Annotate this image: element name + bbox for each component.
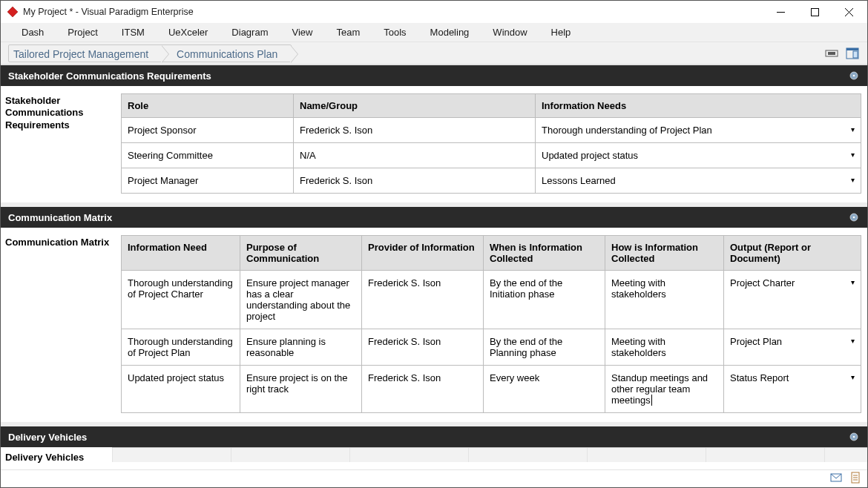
cell[interactable]: Updated project status <box>122 366 240 413</box>
cell[interactable]: Meeting with stakeholders <box>605 271 724 329</box>
table-row[interactable]: Steering Committee N/A Updated project s… <box>122 143 861 168</box>
col-name-group[interactable]: Name/Group <box>294 94 536 118</box>
chevron-down-icon[interactable]: ▾ <box>851 125 855 133</box>
section-body-delivery: Delivery Vehicles <box>1 447 867 467</box>
pin-icon[interactable] <box>848 211 860 223</box>
menu-dash[interactable]: Dash <box>10 23 56 42</box>
cell[interactable]: Frederick S. Ison <box>362 366 484 413</box>
menu-diagram[interactable]: Diagram <box>220 23 280 42</box>
chevron-down-icon[interactable]: ▾ <box>851 373 855 381</box>
stakeholder-table: Role Name/Group Information Needs Projec… <box>121 93 861 194</box>
cell-name[interactable]: Frederick S. Ison <box>294 118 536 143</box>
cell[interactable]: Project Charter▾ <box>724 271 861 329</box>
cell[interactable]: Meeting with stakeholders <box>605 329 724 366</box>
content-area[interactable]: Stakeholder Communications Requirements … <box>1 65 867 469</box>
col-when[interactable]: When is Information Collected <box>484 236 605 271</box>
menu-tools[interactable]: Tools <box>372 23 418 42</box>
svg-marker-0 <box>7 7 18 17</box>
table-row[interactable]: Updated project status Ensure project is… <box>122 366 861 413</box>
cell-name[interactable]: Frederick S. Ison <box>294 168 536 194</box>
cell[interactable]: Ensure project is on the right track <box>240 366 362 413</box>
maximize-button[interactable] <box>798 1 832 23</box>
svg-rect-3 <box>828 52 835 55</box>
menu-help[interactable]: Help <box>539 23 583 42</box>
cell[interactable]: Project Plan▾ <box>724 329 861 366</box>
chevron-down-icon[interactable]: ▾ <box>851 278 855 286</box>
menu-view[interactable]: View <box>280 23 324 42</box>
cell[interactable]: By the end of the Initiation phase <box>484 271 605 329</box>
section-body-matrix: Communication Matrix Information Need Pu… <box>1 228 867 422</box>
svg-point-12 <box>853 436 855 438</box>
app-window: My Project * - Visual Paradigm Enterpris… <box>0 0 868 488</box>
svg-rect-6 <box>853 51 858 58</box>
cell[interactable]: Status Report▾ <box>724 366 861 413</box>
cell[interactable]: Frederick S. Ison <box>362 271 484 329</box>
cell[interactable]: Frederick S. Ison <box>362 329 484 366</box>
section-title-delivery: Delivery Vehicles <box>8 432 87 443</box>
table-row[interactable]: Project Manager Frederick S. Ison Lesson… <box>122 168 861 194</box>
cell-role[interactable]: Steering Committee <box>122 143 294 168</box>
menu-uexceler[interactable]: UeXceler <box>157 23 220 42</box>
col-purpose[interactable]: Purpose of Communication <box>240 236 362 271</box>
table-row[interactable]: Thorough understanding of Project Charte… <box>122 271 861 329</box>
cell-info[interactable]: Lessons Learned▾ <box>536 168 861 194</box>
close-button[interactable] <box>832 1 866 23</box>
cell-name[interactable]: N/A <box>294 143 536 168</box>
menu-window[interactable]: Window <box>481 23 539 42</box>
breadcrumb-item-root[interactable]: Tailored Project Management <box>9 45 162 63</box>
breadcrumb-item-current[interactable]: Communications Plan <box>162 45 291 63</box>
minimize-button[interactable] <box>763 1 798 23</box>
col-output[interactable]: Output (Report or Document) <box>724 236 861 271</box>
document-icon[interactable] <box>849 472 861 486</box>
breadcrumb-bar: Tailored Project Management Communicatio… <box>1 42 867 65</box>
col-info-needs[interactable]: Information Needs <box>536 94 861 118</box>
svg-point-8 <box>853 75 855 77</box>
cell[interactable]: Ensure planning is reasonable <box>240 329 362 366</box>
svg-rect-5 <box>846 48 858 50</box>
chevron-down-icon[interactable]: ▾ <box>851 176 855 184</box>
delivery-grid[interactable] <box>112 447 867 462</box>
col-role[interactable]: Role <box>122 94 294 118</box>
cell-info[interactable]: Thorough understanding of Project Plan▾ <box>536 118 861 143</box>
mail-icon[interactable] <box>830 472 842 486</box>
table-row[interactable]: Project Sponsor Frederick S. Ison Thorou… <box>122 118 861 143</box>
cell[interactable]: Every week <box>484 366 605 413</box>
table-row[interactable]: Thorough understanding of Project Plan E… <box>122 329 861 366</box>
col-provider[interactable]: Provider of Information <box>362 236 484 271</box>
menu-project[interactable]: Project <box>56 23 109 42</box>
breadcrumb: Tailored Project Management Communicatio… <box>8 44 292 62</box>
statusbar <box>1 469 867 487</box>
matrix-table: Information Need Purpose of Communicatio… <box>121 235 861 413</box>
cell[interactable]: Thorough understanding of Project Plan <box>122 329 240 366</box>
menu-team[interactable]: Team <box>324 23 372 42</box>
cell[interactable]: Standup meetings and other regular team … <box>605 366 724 413</box>
window-controls <box>763 1 866 23</box>
app-icon <box>7 6 19 18</box>
section-header-stakeholder[interactable]: Stakeholder Communications Requirements <box>1 65 867 86</box>
menubar: Dash Project ITSM UeXceler Diagram View … <box>1 23 867 42</box>
chevron-down-icon[interactable]: ▾ <box>851 151 855 159</box>
toolbar-fit-icon[interactable] <box>823 44 841 62</box>
menu-modeling[interactable]: Modeling <box>418 23 481 42</box>
section-label-matrix: Communication Matrix <box>5 235 116 413</box>
cell[interactable]: Thorough understanding of Project Charte… <box>122 271 240 329</box>
menu-itsm[interactable]: ITSM <box>110 23 157 42</box>
cell[interactable]: By the end of the Planning phase <box>484 329 605 366</box>
cell-role[interactable]: Project Manager <box>122 168 294 194</box>
col-info-need[interactable]: Information Need <box>122 236 240 271</box>
section-label-delivery: Delivery Vehicles <box>1 447 112 467</box>
pin-icon[interactable] <box>848 431 860 443</box>
col-how[interactable]: How is Information Collected <box>605 236 724 271</box>
cell-info[interactable]: Updated project status▾ <box>536 143 861 168</box>
cell-role[interactable]: Project Sponsor <box>122 118 294 143</box>
toolbar-panel-icon[interactable] <box>844 44 861 62</box>
section-title-stakeholder: Stakeholder Communications Requirements <box>8 70 211 82</box>
section-header-delivery[interactable]: Delivery Vehicles <box>1 426 867 447</box>
cell[interactable]: Ensure project manager has a clear under… <box>240 271 362 329</box>
svg-rect-1 <box>811 8 818 16</box>
pin-icon[interactable] <box>848 70 860 82</box>
section-header-matrix[interactable]: Communication Matrix <box>1 207 867 228</box>
chevron-down-icon[interactable]: ▾ <box>851 337 855 345</box>
section-body-stakeholder: Stakeholder Communications Requirements … <box>1 86 867 202</box>
section-label-stakeholder: Stakeholder Communications Requirements <box>5 93 116 194</box>
